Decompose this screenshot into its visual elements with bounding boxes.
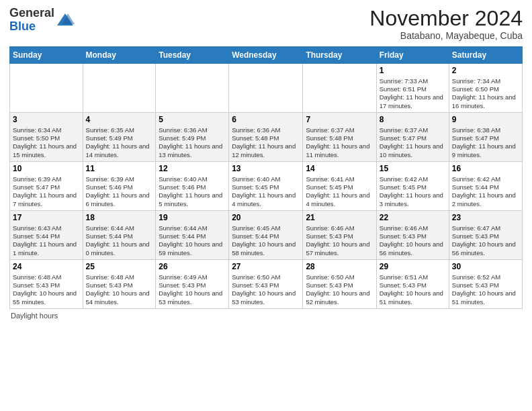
day-info: Sunrise: 6:50 AM Sunset: 5:43 PM Dayligh… — [306, 273, 373, 306]
day-number: 9 — [452, 115, 519, 126]
day-info: Sunrise: 6:37 AM Sunset: 5:47 PM Dayligh… — [380, 126, 446, 159]
week-row-1: 1Sunrise: 7:33 AM Sunset: 6:51 PM Daylig… — [10, 64, 523, 113]
day-info: Sunrise: 6:36 AM Sunset: 5:48 PM Dayligh… — [232, 126, 300, 159]
day-cell: 25Sunrise: 6:48 AM Sunset: 5:43 PM Dayli… — [83, 260, 156, 309]
day-cell: 20Sunrise: 6:45 AM Sunset: 5:44 PM Dayli… — [229, 211, 303, 260]
day-info: Sunrise: 6:52 AM Sunset: 5:43 PM Dayligh… — [452, 273, 519, 306]
day-info: Sunrise: 6:35 AM Sunset: 5:49 PM Dayligh… — [86, 126, 153, 159]
day-number: 19 — [159, 213, 226, 224]
week-row-2: 3Sunrise: 6:34 AM Sunset: 5:50 PM Daylig… — [10, 113, 523, 162]
day-info: Sunrise: 6:37 AM Sunset: 5:48 PM Dayligh… — [306, 126, 373, 159]
day-number: 2 — [452, 66, 519, 77]
day-info: Sunrise: 6:40 AM Sunset: 5:46 PM Dayligh… — [159, 175, 226, 208]
day-cell: 21Sunrise: 6:46 AM Sunset: 5:43 PM Dayli… — [303, 211, 376, 260]
day-cell: 27Sunrise: 6:50 AM Sunset: 5:43 PM Dayli… — [229, 260, 303, 309]
day-info: Sunrise: 7:34 AM Sunset: 6:50 PM Dayligh… — [452, 77, 519, 110]
day-cell: 22Sunrise: 6:46 AM Sunset: 5:43 PM Dayli… — [376, 211, 449, 260]
day-number: 7 — [306, 115, 373, 126]
day-cell: 8Sunrise: 6:37 AM Sunset: 5:47 PM Daylig… — [376, 113, 449, 162]
day-info: Sunrise: 6:43 AM Sunset: 5:44 PM Dayligh… — [13, 224, 80, 257]
day-info: Sunrise: 6:48 AM Sunset: 5:43 PM Dayligh… — [86, 273, 153, 306]
col-header-friday: Friday — [376, 47, 449, 64]
day-info: Sunrise: 6:46 AM Sunset: 5:43 PM Dayligh… — [306, 224, 373, 257]
day-cell: 18Sunrise: 6:44 AM Sunset: 5:44 PM Dayli… — [83, 211, 156, 260]
day-number: 28 — [306, 262, 373, 273]
day-number: 27 — [232, 262, 300, 273]
day-cell — [83, 64, 156, 113]
day-cell: 16Sunrise: 6:42 AM Sunset: 5:44 PM Dayli… — [449, 162, 522, 211]
week-row-3: 10Sunrise: 6:39 AM Sunset: 5:47 PM Dayli… — [10, 162, 523, 211]
day-cell: 19Sunrise: 6:44 AM Sunset: 5:44 PM Dayli… — [156, 211, 229, 260]
day-info: Sunrise: 6:47 AM Sunset: 5:43 PM Dayligh… — [452, 224, 519, 257]
day-info: Sunrise: 6:49 AM Sunset: 5:43 PM Dayligh… — [159, 273, 226, 306]
day-info: Sunrise: 6:41 AM Sunset: 5:45 PM Dayligh… — [306, 175, 373, 208]
day-cell: 10Sunrise: 6:39 AM Sunset: 5:47 PM Dayli… — [10, 162, 83, 211]
day-cell: 2Sunrise: 7:34 AM Sunset: 6:50 PM Daylig… — [449, 64, 522, 113]
day-cell: 24Sunrise: 6:48 AM Sunset: 5:43 PM Dayli… — [10, 260, 83, 309]
day-number: 30 — [452, 262, 519, 273]
day-cell: 14Sunrise: 6:41 AM Sunset: 5:45 PM Dayli… — [303, 162, 376, 211]
day-number: 1 — [380, 66, 446, 77]
col-header-tuesday: Tuesday — [156, 47, 229, 64]
day-number: 13 — [232, 164, 300, 175]
day-number: 12 — [159, 164, 226, 175]
day-cell — [229, 64, 303, 113]
day-number: 22 — [380, 213, 446, 224]
day-info: Sunrise: 7:33 AM Sunset: 6:51 PM Dayligh… — [380, 77, 446, 110]
header-row: SundayMondayTuesdayWednesdayThursdayFrid… — [10, 47, 523, 64]
logo-general: General — [9, 6, 54, 19]
calendar-table: SundayMondayTuesdayWednesdayThursdayFrid… — [9, 46, 523, 309]
week-row-5: 24Sunrise: 6:48 AM Sunset: 5:43 PM Dayli… — [10, 260, 523, 309]
day-cell: 6Sunrise: 6:36 AM Sunset: 5:48 PM Daylig… — [229, 113, 303, 162]
day-cell — [303, 64, 376, 113]
day-info: Sunrise: 6:44 AM Sunset: 5:44 PM Dayligh… — [86, 224, 153, 257]
day-info: Sunrise: 6:34 AM Sunset: 5:50 PM Dayligh… — [13, 126, 80, 159]
month-title: November 2024 — [369, 7, 523, 30]
day-number: 26 — [159, 262, 226, 273]
day-info: Sunrise: 6:42 AM Sunset: 5:45 PM Dayligh… — [380, 175, 446, 208]
day-cell — [156, 64, 229, 113]
day-info: Sunrise: 6:51 AM Sunset: 5:43 PM Dayligh… — [380, 273, 446, 306]
day-cell: 5Sunrise: 6:36 AM Sunset: 5:49 PM Daylig… — [156, 113, 229, 162]
title-block: November 2024 Batabano, Mayabeque, Cuba — [369, 7, 523, 41]
day-cell: 1Sunrise: 7:33 AM Sunset: 6:51 PM Daylig… — [376, 64, 449, 113]
day-cell: 15Sunrise: 6:42 AM Sunset: 5:45 PM Dayli… — [376, 162, 449, 211]
day-info: Sunrise: 6:48 AM Sunset: 5:43 PM Dayligh… — [13, 273, 80, 306]
day-info: Sunrise: 6:45 AM Sunset: 5:44 PM Dayligh… — [232, 224, 300, 257]
day-cell — [10, 64, 83, 113]
day-info: Sunrise: 6:46 AM Sunset: 5:43 PM Dayligh… — [380, 224, 446, 257]
day-cell: 17Sunrise: 6:43 AM Sunset: 5:44 PM Dayli… — [10, 211, 83, 260]
day-cell: 3Sunrise: 6:34 AM Sunset: 5:50 PM Daylig… — [10, 113, 83, 162]
col-header-sunday: Sunday — [10, 47, 83, 64]
day-number: 8 — [380, 115, 446, 126]
day-number: 5 — [159, 115, 226, 126]
col-header-monday: Monday — [83, 47, 156, 64]
day-cell: 13Sunrise: 6:40 AM Sunset: 5:45 PM Dayli… — [229, 162, 303, 211]
day-info: Sunrise: 6:39 AM Sunset: 5:46 PM Dayligh… — [86, 175, 153, 208]
day-number: 14 — [306, 164, 373, 175]
day-number: 3 — [13, 115, 80, 126]
day-cell: 7Sunrise: 6:37 AM Sunset: 5:48 PM Daylig… — [303, 113, 376, 162]
day-number: 18 — [86, 213, 153, 224]
day-cell: 28Sunrise: 6:50 AM Sunset: 5:43 PM Dayli… — [303, 260, 376, 309]
logo: General Blue — [9, 7, 75, 34]
day-cell: 26Sunrise: 6:49 AM Sunset: 5:43 PM Dayli… — [156, 260, 229, 309]
day-info: Sunrise: 6:39 AM Sunset: 5:47 PM Dayligh… — [13, 175, 80, 208]
col-header-thursday: Thursday — [303, 47, 376, 64]
day-number: 17 — [13, 213, 80, 224]
calendar-body: 1Sunrise: 7:33 AM Sunset: 6:51 PM Daylig… — [10, 64, 523, 309]
col-header-wednesday: Wednesday — [229, 47, 303, 64]
footer-note: Daylight hours — [9, 312, 523, 320]
day-info: Sunrise: 6:44 AM Sunset: 5:44 PM Dayligh… — [159, 224, 226, 257]
day-number: 24 — [13, 262, 80, 273]
day-cell: 12Sunrise: 6:40 AM Sunset: 5:46 PM Dayli… — [156, 162, 229, 211]
day-number: 6 — [232, 115, 300, 126]
page-container: General Blue November 2024 Batabano, May… — [0, 0, 532, 324]
day-info: Sunrise: 6:38 AM Sunset: 5:47 PM Dayligh… — [452, 126, 519, 159]
day-cell: 4Sunrise: 6:35 AM Sunset: 5:49 PM Daylig… — [83, 113, 156, 162]
header: General Blue November 2024 Batabano, May… — [9, 7, 523, 41]
day-number: 15 — [380, 164, 446, 175]
day-number: 21 — [306, 213, 373, 224]
logo-icon — [56, 11, 75, 30]
day-cell: 11Sunrise: 6:39 AM Sunset: 5:46 PM Dayli… — [83, 162, 156, 211]
